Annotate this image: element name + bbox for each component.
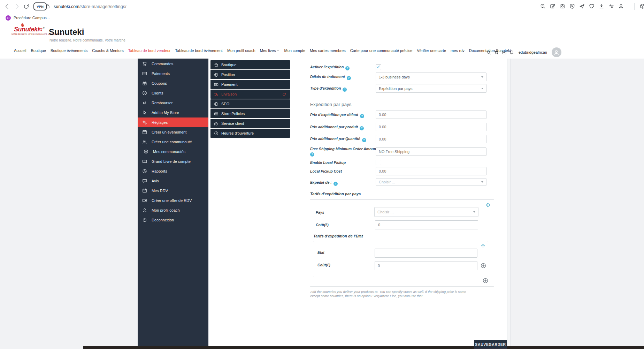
username[interactable]: edubridgeafrican bbox=[519, 50, 547, 54]
help-badge[interactable]: ? bbox=[360, 126, 364, 130]
back-icon[interactable] bbox=[4, 3, 10, 9]
profile-icon[interactable] bbox=[618, 3, 624, 9]
sidebar-item[interactable]: Deconnexion bbox=[138, 215, 208, 225]
sidebar-item-label: Deconnexion bbox=[152, 218, 174, 222]
heart-icon[interactable] bbox=[589, 3, 595, 9]
sidebar-item[interactable]: Réglages bbox=[138, 117, 208, 127]
sidebar-item-label: Créer un événement bbox=[152, 130, 186, 134]
messages-icon[interactable] bbox=[502, 50, 506, 55]
forward-icon[interactable] bbox=[14, 3, 20, 9]
sidebar-item[interactable]: Créer une communauté bbox=[138, 137, 208, 147]
nav-item[interactable]: Mes lives bbox=[260, 48, 280, 53]
free-shipping-min-input[interactable] bbox=[376, 147, 486, 156]
bag-icon bbox=[214, 63, 219, 67]
enable-shipping-checkbox[interactable] bbox=[376, 65, 381, 70]
settings-tab[interactable]: SEO bbox=[210, 99, 290, 108]
shipping-help-text: Add the countries you deliver your produ… bbox=[310, 290, 471, 298]
help-badge[interactable]: ? bbox=[345, 66, 350, 70]
move-handle-icon[interactable] bbox=[485, 203, 490, 207]
camera-icon[interactable] bbox=[560, 3, 565, 9]
sidebar-item[interactable]: Paiements bbox=[138, 69, 208, 78]
nav-item[interactable]: Tableau de bord événement bbox=[175, 48, 223, 53]
sidebar-item[interactable]: Grand Livre de compte bbox=[138, 157, 208, 166]
country-select[interactable]: Choisir ... bbox=[374, 207, 478, 217]
settings-tab[interactable]: Paiement bbox=[210, 80, 290, 89]
sidebar-item[interactable]: Avis bbox=[138, 176, 208, 186]
sidebar-item[interactable]: Coupons bbox=[138, 78, 208, 88]
help-badge[interactable]: ? bbox=[343, 88, 347, 92]
reload-icon[interactable] bbox=[23, 3, 29, 9]
download-icon[interactable] bbox=[599, 3, 604, 9]
tuner-icon[interactable] bbox=[608, 3, 614, 9]
nav-item[interactable]: Boutique événements bbox=[51, 48, 87, 53]
avatar[interactable] bbox=[552, 47, 561, 57]
search-icon[interactable] bbox=[486, 50, 491, 55]
extension-cube-icon[interactable] bbox=[640, 3, 644, 9]
settings-tab[interactable]: Service client bbox=[210, 119, 290, 128]
sidebar-item[interactable]: Rapports bbox=[138, 166, 208, 176]
sidebar-item[interactable]: Clients bbox=[138, 88, 208, 98]
settings-tab-label: Position bbox=[221, 73, 235, 77]
sidebar-item[interactable]: Créer un événement bbox=[138, 127, 208, 137]
nav-item[interactable]: Mon compte bbox=[284, 48, 305, 53]
default-price-input[interactable] bbox=[376, 111, 486, 119]
globe-icon bbox=[214, 102, 219, 106]
add-country-row-icon[interactable] bbox=[483, 278, 488, 283]
nav-item[interactable]: Carte pour une communauté précise bbox=[350, 48, 413, 53]
zoom-out-icon[interactable] bbox=[540, 3, 546, 9]
settings-tab[interactable]: Livraison bbox=[210, 90, 290, 99]
sidebar-item[interactable]: Créer une offre de RDV bbox=[138, 196, 208, 205]
lock-icon[interactable] bbox=[45, 4, 50, 9]
cart-icon[interactable] bbox=[494, 50, 499, 55]
per-product-price-input[interactable] bbox=[376, 123, 486, 131]
sidebar-item[interactable]: Mes communautés bbox=[138, 147, 208, 157]
nav-item[interactable]: Accueil bbox=[14, 48, 26, 53]
settings-tab[interactable]: Position bbox=[210, 70, 290, 79]
compose-icon[interactable] bbox=[550, 3, 555, 9]
sidebar-item[interactable]: Add to My Store bbox=[138, 108, 208, 117]
sidebar-item[interactable]: Rembourser bbox=[138, 98, 208, 108]
calendar-icon bbox=[142, 130, 147, 135]
shield-x-icon[interactable] bbox=[569, 3, 575, 9]
site-logo[interactable]: Sunuteki★ NOTRE RÉUSSITE. NOTRE COMMUNAU… bbox=[12, 26, 47, 35]
local-pickup-checkbox[interactable] bbox=[376, 160, 381, 165]
settings-tab[interactable]: Boutique bbox=[210, 60, 290, 69]
settings-tab[interactable]: Store Policies bbox=[210, 109, 290, 118]
nav-item[interactable]: Vérifier une carte bbox=[417, 48, 446, 53]
pickup-cost-input[interactable] bbox=[376, 167, 486, 175]
chevron-down-icon bbox=[473, 211, 475, 213]
send-icon[interactable] bbox=[579, 3, 585, 9]
help-badge[interactable]: ? bbox=[360, 114, 364, 118]
nav-item[interactable]: Boutique bbox=[31, 48, 46, 53]
nav-item[interactable]: Tableau de bord vendeur bbox=[128, 48, 171, 53]
settings-tab[interactable]: Heures d'ouverture bbox=[210, 129, 290, 138]
state-input[interactable] bbox=[375, 249, 477, 258]
country-cost-input[interactable] bbox=[375, 220, 478, 229]
help-badge[interactable]: ? bbox=[362, 138, 366, 142]
sidebar-item[interactable]: Mon profil coach bbox=[138, 205, 208, 215]
scrollbar[interactable] bbox=[507, 59, 511, 346]
url-bar[interactable]: sunuteki.com/store-manager/settings/ bbox=[54, 4, 126, 9]
nav-item[interactable]: Mon profil coach bbox=[227, 48, 255, 53]
state-cost-input[interactable] bbox=[375, 261, 477, 270]
nav-item[interactable]: mes-rdv bbox=[451, 48, 465, 53]
notifications-icon[interactable] bbox=[509, 50, 514, 55]
help-badge[interactable]: ? bbox=[347, 76, 351, 80]
help-badge[interactable]: ? bbox=[310, 152, 314, 157]
ships-from-select[interactable]: Choisir ... bbox=[376, 178, 486, 186]
processing-time-select[interactable]: 1-3 business days bbox=[376, 73, 486, 81]
chrome-actions bbox=[540, 3, 624, 9]
help-badge[interactable]: ? bbox=[334, 182, 338, 186]
per-qty-price-input[interactable] bbox=[376, 135, 486, 143]
shipping-type-select[interactable]: Expédition par pays bbox=[376, 84, 486, 93]
nav-item[interactable]: Coachs & Mentors bbox=[92, 48, 123, 53]
section-title: Expédition par pays bbox=[310, 102, 352, 107]
nav-item[interactable]: Mes cartes membres bbox=[310, 48, 346, 53]
bookmark-item[interactable]: Procédure Campus... bbox=[14, 16, 50, 20]
sidebar-item[interactable]: Commandes bbox=[138, 59, 208, 69]
move-handle-icon[interactable] bbox=[481, 244, 485, 248]
sidebar-item[interactable]: Mes RDV bbox=[138, 186, 208, 196]
add-state-row-icon[interactable] bbox=[481, 263, 486, 268]
save-button[interactable]: SAUVEGARDER bbox=[474, 340, 507, 349]
vpn-badge[interactable]: VPN bbox=[33, 2, 47, 10]
